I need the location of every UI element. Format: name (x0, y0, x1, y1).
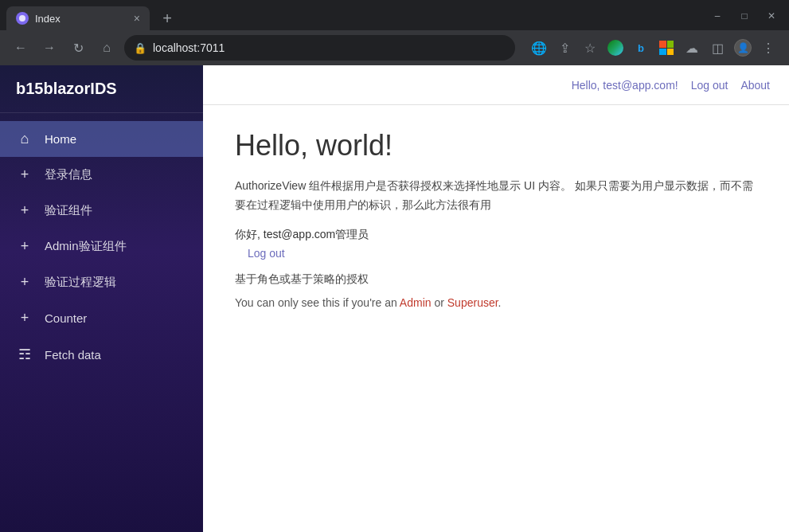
profile-icon[interactable]: 👤 (732, 37, 754, 59)
forward-button[interactable]: → (38, 37, 61, 59)
sidebar-item-fetch-data-label: Fetch data (45, 348, 101, 362)
back-button[interactable]: ← (10, 37, 32, 59)
edge-icon (604, 37, 627, 59)
auth-process-nav-icon: + (16, 274, 33, 291)
superuser-text: Superuser (447, 296, 498, 309)
login-info-nav-icon: + (16, 166, 33, 183)
window-controls: – □ ✕ (706, 7, 783, 29)
role-text-middle: or (432, 296, 447, 309)
sidebar-item-admin-auth-label: Admin验证组件 (45, 239, 127, 254)
description-text: AuthorizeView 组件根据用户是否获得授权来选择性地显示 UI 内容。… (235, 177, 757, 215)
role-text-prefix: You can only see this if you're an (235, 296, 400, 309)
url-text: localhost:7011 (153, 41, 225, 54)
sidebar-item-auth-process-label: 验证过程逻辑 (45, 275, 116, 290)
svg-point-0 (19, 15, 25, 22)
user-email-link[interactable]: Hello, test@app.com! (572, 79, 678, 92)
sidebar-nav: ⌂ Home + 登录信息 + 验证组件 + Admin验证组件 + 验证过程逻… (0, 113, 203, 532)
sidebar-item-counter[interactable]: + Counter (0, 300, 203, 336)
bing-icon[interactable]: b (630, 37, 652, 59)
app-container: b15blazorIDS ⌂ Home + 登录信息 + 验证组件 + Admi… (0, 65, 789, 532)
sidebar-item-login-info-label: 登录信息 (45, 167, 92, 182)
section-title: 基于角色或基于策略的授权 (235, 272, 757, 287)
home-nav-icon: ⌂ (16, 131, 33, 147)
fetch-data-nav-icon: ☶ (16, 346, 33, 363)
browser-tab[interactable]: Index × (6, 6, 150, 30)
translate-icon[interactable]: 🌐 (528, 37, 550, 59)
sidebar-brand: b15blazorIDS (0, 65, 203, 113)
page-title: Hello, world! (235, 129, 757, 162)
logout-link[interactable]: Log out (248, 247, 757, 260)
sidebar-item-login-info[interactable]: + 登录信息 (0, 157, 203, 193)
split-screen-icon[interactable]: ◫ (706, 37, 728, 59)
top-nav: Hello, test@app.com! Log out About (203, 65, 789, 105)
refresh-button[interactable]: ↻ (67, 37, 89, 59)
role-text-suffix: . (498, 296, 502, 309)
sidebar-item-auth-process[interactable]: + 验证过程逻辑 (0, 264, 203, 300)
logout-top-link[interactable]: Log out (691, 79, 728, 92)
sidebar-item-fetch-data[interactable]: ☶ Fetch data (0, 336, 203, 373)
maximize-button[interactable]: □ (733, 7, 756, 25)
close-window-button[interactable]: ✕ (760, 7, 783, 25)
greeting-text: 你好, test@app.com管理员 (235, 228, 757, 242)
extensions-icon[interactable]: ☁ (681, 37, 703, 59)
main-content: Hello, test@app.com! Log out About Hello… (203, 65, 789, 532)
counter-nav-icon: + (16, 310, 33, 327)
sidebar: b15blazorIDS ⌂ Home + 登录信息 + 验证组件 + Admi… (0, 65, 203, 532)
admin-text: Admin (400, 296, 432, 309)
minimize-button[interactable]: – (706, 7, 728, 25)
auth-component-nav-icon: + (16, 202, 33, 219)
admin-auth-nav-icon: + (16, 238, 33, 255)
sidebar-item-home[interactable]: ⌂ Home (0, 121, 203, 157)
sidebar-item-auth-component[interactable]: + 验证组件 (0, 193, 203, 229)
new-tab-button[interactable]: + (156, 7, 178, 29)
lock-icon: 🔒 (134, 42, 146, 54)
share-icon[interactable]: ⇪ (553, 37, 576, 59)
sidebar-item-home-label: Home (45, 132, 76, 146)
url-input[interactable]: 🔒 localhost:7011 (124, 35, 515, 61)
tab-favicon (16, 12, 29, 25)
address-bar: ← → ↻ ⌂ 🔒 localhost:7011 🌐 ⇪ ☆ b ☁ ◫ 👤 ⋮ (0, 30, 789, 65)
about-link[interactable]: About (740, 79, 770, 92)
content-area: Hello, world! AuthorizeView 组件根据用户是否获得授权… (203, 105, 789, 532)
menu-icon[interactable]: ⋮ (757, 37, 779, 59)
sidebar-item-admin-auth[interactable]: + Admin验证组件 (0, 229, 203, 264)
tab-title: Index (35, 13, 127, 25)
home-button[interactable]: ⌂ (96, 37, 118, 59)
favorites-icon[interactable]: ☆ (579, 37, 601, 59)
tab-close-button[interactable]: × (134, 12, 140, 25)
sidebar-item-auth-component-label: 验证组件 (45, 203, 92, 218)
microsoft-icon[interactable] (655, 37, 678, 59)
browser-chrome: Index × + – □ ✕ ← → ↻ ⌂ 🔒 localhost:7011… (0, 0, 789, 65)
role-text: You can only see this if you're an Admin… (235, 296, 757, 309)
sidebar-item-counter-label: Counter (45, 311, 87, 325)
toolbar-icons: 🌐 ⇪ ☆ b ☁ ◫ 👤 ⋮ (528, 37, 779, 59)
